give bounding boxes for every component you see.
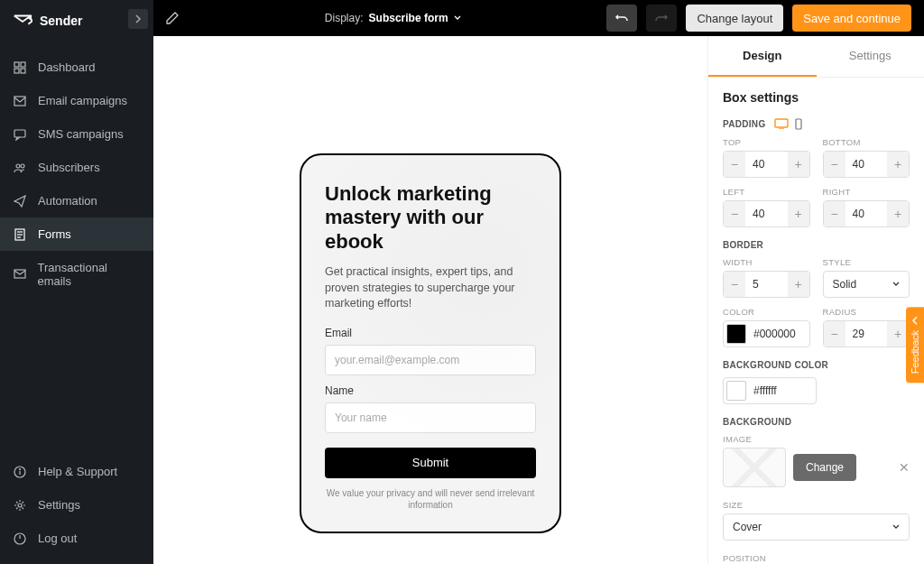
feedback-tab[interactable]: Feedback <box>906 307 924 383</box>
mobile-icon[interactable] <box>794 117 803 130</box>
tab-design[interactable]: Design <box>708 36 817 77</box>
tab-settings[interactable]: Settings <box>817 36 925 77</box>
border-width-label: WIDTH <box>723 257 810 267</box>
bg-size-select[interactable]: Cover <box>723 513 910 541</box>
svg-rect-3 <box>21 69 25 73</box>
form-preview[interactable]: Unlock marketing mastery with our ebook … <box>300 153 561 533</box>
email-input[interactable] <box>325 345 536 375</box>
envelope-icon <box>13 96 27 106</box>
border-style-select[interactable]: Solid <box>823 271 910 298</box>
bg-image-label: IMAGE <box>723 434 910 444</box>
display-select[interactable]: Subscribe form <box>369 12 461 24</box>
pad-top-stepper[interactable]: −40+ <box>723 151 810 178</box>
nav-label: Email campaigns <box>38 94 127 107</box>
plus-icon[interactable]: + <box>788 201 809 227</box>
pad-right-stepper[interactable]: −40+ <box>823 200 910 227</box>
border-radius-label: RADIUS <box>823 307 910 317</box>
remove-image-button[interactable]: ✕ <box>899 460 910 475</box>
name-input[interactable] <box>325 402 536 433</box>
nav-settings[interactable]: Settings <box>0 488 153 522</box>
color-swatch <box>726 324 746 344</box>
nav-logout[interactable]: Log out <box>0 522 153 555</box>
nav-label: Transactional emails <box>37 261 141 288</box>
nav-email-campaigns[interactable]: Email campaigns <box>0 84 153 117</box>
pad-left-stepper[interactable]: −40+ <box>723 200 810 227</box>
svg-rect-1 <box>21 62 25 67</box>
bg-position-label: POSITION <box>723 553 910 563</box>
svg-point-7 <box>21 164 24 168</box>
svg-rect-0 <box>14 62 19 67</box>
plus-icon[interactable]: + <box>788 272 809 297</box>
svg-point-6 <box>16 164 20 168</box>
nav-transactional[interactable]: Transactional emails <box>0 251 153 298</box>
nav-forms[interactable]: Forms <box>0 217 153 251</box>
topbar: Display: Subscribe form Change layout Sa… <box>153 0 924 36</box>
border-header: BORDER <box>723 240 763 250</box>
border-color-label: COLOR <box>723 307 810 317</box>
pad-bottom-label: BOTTOM <box>823 137 910 147</box>
border-style-label: STYLE <box>823 257 910 267</box>
save-continue-button[interactable]: Save and continue <box>792 5 911 32</box>
chat-icon <box>13 128 27 141</box>
sidebar-header: Sender <box>0 0 153 42</box>
nav-sms-campaigns[interactable]: SMS campaigns <box>0 117 153 151</box>
logout-icon <box>13 532 27 545</box>
redo-button[interactable] <box>646 5 677 32</box>
nav-label: Forms <box>38 227 71 241</box>
svg-rect-19 <box>775 119 788 127</box>
mail-arrow-icon <box>13 269 26 280</box>
email-label: Email <box>325 327 536 339</box>
undo-button[interactable] <box>606 5 637 32</box>
section-title: Box settings <box>723 90 910 105</box>
bg-image-thumb[interactable] <box>723 448 786 487</box>
desktop-icon[interactable] <box>774 117 789 130</box>
gear-icon <box>13 499 27 512</box>
nav-automation[interactable]: Automation <box>0 184 153 217</box>
minus-icon[interactable]: − <box>824 201 845 227</box>
privacy-note: We value your privacy and will never sen… <box>325 487 536 512</box>
minus-icon[interactable]: − <box>824 152 845 177</box>
plus-icon[interactable]: + <box>887 201 909 227</box>
nav-label: Subscribers <box>38 161 100 174</box>
border-width-stepper[interactable]: −5+ <box>723 271 810 298</box>
svg-rect-21 <box>796 119 801 129</box>
padding-header: PADDING <box>723 119 765 129</box>
minus-icon[interactable]: − <box>724 201 745 227</box>
svg-point-15 <box>20 468 21 469</box>
pad-bottom-stepper[interactable]: −40+ <box>823 151 910 178</box>
svg-rect-2 <box>14 69 19 73</box>
plus-icon[interactable]: + <box>788 152 809 177</box>
bgcolor-input[interactable]: #ffffff <box>723 377 817 404</box>
chevron-icon <box>910 316 919 325</box>
sender-logo-icon <box>13 11 32 31</box>
color-swatch <box>726 381 746 401</box>
minus-icon[interactable]: − <box>724 152 745 177</box>
minus-icon[interactable]: − <box>724 272 745 297</box>
submit-button[interactable]: Submit <box>325 448 536 478</box>
caret-down-icon <box>892 524 900 530</box>
change-image-button[interactable]: Change <box>793 454 856 481</box>
brand-name: Sender <box>40 14 82 28</box>
bgcolor-header: BACKGROUND COLOR <box>723 360 828 370</box>
nav-subscribers[interactable]: Subscribers <box>0 151 153 184</box>
sidebar-bottom: Help & Support Settings Log out <box>0 455 153 564</box>
pad-right-label: RIGHT <box>823 187 910 197</box>
change-layout-button[interactable]: Change layout <box>686 5 783 32</box>
nav-label: SMS campaigns <box>38 127 124 141</box>
nav-label: Settings <box>38 498 80 512</box>
minus-icon[interactable]: − <box>824 321 845 347</box>
border-color-input[interactable]: #000000 <box>723 320 810 347</box>
plus-icon[interactable]: + <box>887 152 909 177</box>
logo[interactable]: Sender <box>13 11 82 31</box>
nav-help[interactable]: Help & Support <box>0 455 153 488</box>
border-radius-stepper[interactable]: −29+ <box>823 320 910 347</box>
chevron-right-icon <box>134 14 143 23</box>
send-icon <box>13 195 27 208</box>
edit-icon[interactable] <box>166 12 179 24</box>
nav-dashboard[interactable]: Dashboard <box>0 51 153 84</box>
pad-top-label: TOP <box>723 137 810 147</box>
collapse-sidebar-button[interactable] <box>128 9 148 29</box>
panel-tabs: Design Settings <box>708 36 924 78</box>
nav-label: Dashboard <box>38 60 96 74</box>
canvas[interactable]: Unlock marketing mastery with our ebook … <box>153 36 707 564</box>
